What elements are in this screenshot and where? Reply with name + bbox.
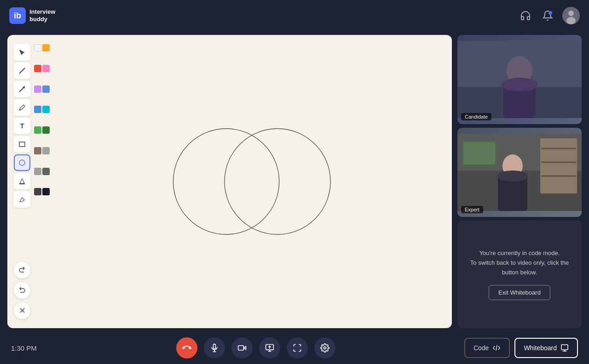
whiteboard-area: T: [7, 35, 452, 328]
logo: ib interview buddy: [9, 7, 55, 24]
code-mode-line2: To switch back to video only, click the: [470, 259, 569, 266]
svg-rect-21: [540, 138, 577, 193]
svg-text:ib: ib: [14, 11, 21, 20]
call-controls: [176, 337, 335, 358]
svg-point-18: [501, 78, 538, 91]
svg-point-12: [173, 129, 279, 234]
select-tool[interactable]: [14, 44, 30, 61]
headphone-icon[interactable]: [518, 8, 533, 23]
screen-share-button[interactable]: [259, 337, 280, 358]
time-display: 1:30 PM: [11, 344, 48, 352]
action-buttons: ✕: [14, 262, 30, 319]
code-button-label: Code: [474, 344, 489, 352]
svg-point-4: [568, 11, 574, 16]
svg-point-29: [497, 171, 528, 182]
svg-point-5: [566, 17, 576, 24]
eraser-tool[interactable]: [14, 191, 30, 208]
logo-text: interview buddy: [29, 8, 55, 23]
svg-point-38: [324, 347, 326, 349]
main-content: T: [0, 31, 589, 332]
color-orange[interactable]: [42, 44, 50, 51]
svg-point-2: [549, 11, 552, 15]
arrow-tool[interactable]: [14, 81, 30, 97]
svg-line-6: [19, 68, 25, 74]
color-green-dark[interactable]: [42, 126, 50, 134]
color-gray-mid[interactable]: [34, 168, 41, 175]
bottom-bar: 1:30 PM: [0, 332, 589, 364]
rect-tool[interactable]: [14, 136, 30, 153]
candidate-video-card: Candidate: [457, 35, 582, 124]
svg-line-39: [496, 345, 497, 351]
line-tool[interactable]: [14, 63, 30, 79]
end-call-button[interactable]: [176, 337, 197, 358]
color-pink[interactable]: [42, 65, 50, 72]
svg-rect-23: [541, 161, 576, 163]
color-green-light[interactable]: [34, 126, 41, 134]
logo-line1: interview: [29, 8, 55, 16]
color-blue-light[interactable]: [42, 85, 50, 93]
tools-panel: T: [14, 44, 50, 208]
pencil-tool[interactable]: [14, 99, 30, 116]
venn-diagram: [110, 94, 349, 269]
redo-button[interactable]: [14, 262, 30, 279]
code-mode-line3: button below.: [502, 269, 537, 276]
color-gray-light[interactable]: [42, 147, 50, 154]
svg-rect-40: [561, 345, 568, 350]
color-gray[interactable]: [42, 168, 50, 175]
user-avatar[interactable]: [562, 7, 580, 24]
color-red[interactable]: [34, 65, 41, 72]
text-tool[interactable]: T: [14, 118, 30, 134]
svg-rect-26: [463, 142, 495, 165]
undo-button[interactable]: [14, 282, 30, 299]
notification-icon[interactable]: [540, 8, 555, 23]
color-blue[interactable]: [34, 106, 41, 113]
canvas-area[interactable]: [7, 35, 452, 328]
color-purple[interactable]: [34, 85, 41, 93]
code-mode-line1: You're currently in code mode.: [479, 250, 560, 256]
fullscreen-button[interactable]: [287, 337, 308, 358]
tools-list: T: [14, 44, 30, 208]
svg-rect-24: [541, 175, 576, 177]
color-dark-gray[interactable]: [34, 188, 41, 195]
svg-point-13: [225, 129, 330, 234]
clear-button[interactable]: ✕: [14, 302, 30, 319]
code-mode-message: You're currently in code mode. To switch…: [470, 249, 569, 277]
color-cyan[interactable]: [42, 106, 50, 113]
svg-rect-22: [541, 148, 576, 149]
right-panel: Candidate: [457, 35, 582, 328]
fill-tool[interactable]: [14, 173, 30, 189]
color-palette: [34, 44, 50, 208]
mic-button[interactable]: [204, 337, 225, 358]
whiteboard-mode-button[interactable]: Whiteboard: [514, 338, 578, 358]
svg-rect-9: [19, 142, 25, 147]
whiteboard-button-label: Whiteboard: [524, 344, 557, 352]
expert-video: [457, 128, 582, 217]
logo-line2: buddy: [29, 16, 55, 23]
candidate-label: Candidate: [461, 113, 491, 120]
settings-button[interactable]: [314, 337, 335, 358]
header: ib interview buddy: [0, 0, 589, 31]
color-black[interactable]: [42, 188, 50, 195]
color-brown[interactable]: [34, 147, 41, 154]
camera-button[interactable]: [231, 337, 253, 358]
code-mode-panel: You're currently in code mode. To switch…: [457, 221, 582, 328]
logo-icon: ib: [9, 7, 26, 24]
tools-column: T: [14, 44, 50, 208]
color-white[interactable]: [34, 44, 41, 51]
ellipse-tool[interactable]: [14, 154, 30, 171]
expert-label: Expert: [461, 206, 483, 213]
header-right: [518, 7, 580, 24]
svg-rect-30: [214, 344, 216, 349]
code-mode-button[interactable]: Code: [464, 338, 510, 358]
expert-video-card: Expert: [457, 128, 582, 217]
mode-controls: Code Whiteboard: [464, 338, 578, 358]
svg-point-10: [19, 160, 25, 165]
svg-rect-11: [19, 183, 25, 184]
svg-rect-33: [238, 346, 244, 350]
exit-whiteboard-button[interactable]: Exit Whiteboard: [489, 285, 550, 300]
candidate-video: [457, 35, 582, 124]
